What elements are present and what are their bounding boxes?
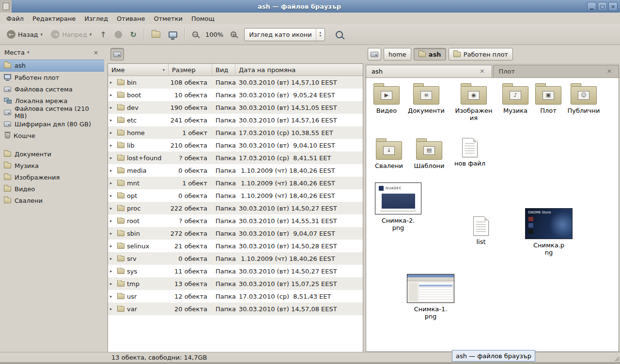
icon-view-item-11[interactable]: GNOME StoreСнимка.png <box>524 208 574 257</box>
expander-icon[interactable]: ▸ <box>110 168 115 173</box>
close-button[interactable]: × <box>608 2 618 11</box>
tab-1[interactable]: Плот× <box>493 65 620 77</box>
tree-row[interactable]: ▸boot10 обектаПапка30.03.2010 (вт) 9,05,… <box>108 89 363 101</box>
column-header-1[interactable]: Размер <box>169 64 212 76</box>
expander-icon[interactable]: ▸ <box>110 218 115 223</box>
expander-icon[interactable]: ▸ <box>110 306 115 311</box>
icon-view-item-4[interactable]: ▣Плот <box>528 83 569 115</box>
expander-icon[interactable]: ▸ <box>110 243 115 248</box>
menu-item-0[interactable]: Файл <box>2 14 28 24</box>
expander-icon[interactable]: ▸ <box>110 118 115 122</box>
resize-grip[interactable] <box>614 356 619 361</box>
column-header-3[interactable]: Дата на промяна <box>235 64 363 76</box>
tab-close-button[interactable]: × <box>605 68 613 76</box>
icon-view-item-1[interactable]: ≡Документи <box>406 83 447 115</box>
sidebar-item-6[interactable]: Кошче <box>0 130 104 141</box>
expander-icon[interactable]: ▸ <box>110 143 115 148</box>
sidebar-item-12[interactable]: Свалени <box>0 195 104 206</box>
minimize-button[interactable]: ▁ <box>587 2 596 11</box>
icon-view-item-6[interactable]: ↓Свалени <box>369 138 409 170</box>
expander-icon[interactable]: ▸ <box>110 105 115 110</box>
icon-view-item-5[interactable]: ☺Публични <box>563 83 604 115</box>
view-mode-select[interactable]: Изглед като икони ▴▾ <box>244 28 325 41</box>
home-folder-button[interactable] <box>148 27 164 42</box>
root-path-button[interactable] <box>110 48 124 61</box>
sidebar-item-1[interactable]: Работен плот <box>0 72 104 83</box>
pane-splitter[interactable] <box>104 45 108 352</box>
tree-row[interactable]: ▸lib210 обектаПапка30.03.2010 (вт) 9,04,… <box>108 139 363 152</box>
sidebar-item-0[interactable]: ash <box>0 60 104 72</box>
tree-row[interactable]: ▸bin108 обектаПапка30.03.2010 (вт) 14,57… <box>108 76 363 89</box>
stop-button[interactable] <box>111 27 125 42</box>
menu-item-4[interactable]: Отметки <box>149 14 186 24</box>
sidebar-title[interactable]: Места <box>4 49 25 56</box>
tree-row[interactable]: ▸dev190 обектаПапка30.03.2010 (вт) 14,51… <box>108 101 363 114</box>
sidebar-dropdown-icon[interactable]: ▾ <box>27 50 30 55</box>
sidebar-item-5[interactable]: Шифриран дял (80 GB) <box>0 118 104 130</box>
tab-close-button[interactable]: × <box>479 68 486 76</box>
column-header-0[interactable]: Име▾ <box>108 64 169 76</box>
icon-view-item-12[interactable]: Снимка-1.png <box>405 274 456 320</box>
icon-view-item-2[interactable]: ◉Изображения <box>453 83 494 122</box>
expander-icon[interactable]: ▸ <box>110 193 115 198</box>
expander-icon[interactable]: ▸ <box>110 155 115 160</box>
expander-icon[interactable]: ▸ <box>110 181 115 185</box>
icon-view-item-0[interactable]: ▶Видео <box>366 83 407 115</box>
icon-view-item-10[interactable]: list <box>461 216 501 246</box>
expander-icon[interactable]: ▸ <box>110 281 115 286</box>
tree-row[interactable]: ▸root? обектаПапка30.03.2010 (вт) 14,55,… <box>108 214 363 227</box>
sidebar-close-button[interactable]: × <box>92 49 100 56</box>
tree-row[interactable]: ▸usr12 обектаПапка17.03.2010 (ср) 8,51,4… <box>108 290 363 303</box>
reload-button[interactable]: ↻ <box>127 27 140 42</box>
tree-row[interactable]: ▸etc241 обектаПапка30.03.2010 (вт) 14,57… <box>108 114 363 126</box>
sidebar-item-2[interactable]: Файлова система <box>0 83 104 95</box>
tree-row[interactable]: ▸sys11 обектаПапка30.03.2010 (вт) 14,50,… <box>108 265 363 277</box>
back-button[interactable]: ← Назад ▾ <box>3 27 46 42</box>
window-menu-button[interactable] <box>0 0 12 13</box>
tree-row[interactable]: ▸sbin272 обектаПапка30.03.2010 (вт) 9,04… <box>108 227 363 240</box>
expander-icon[interactable]: ▸ <box>110 231 115 236</box>
tree-row[interactable]: ▸selinux21 обектаПапка30.03.2010 (вт) 14… <box>108 240 363 252</box>
sidebar-item-11[interactable]: Видео <box>0 183 104 195</box>
expander-icon[interactable]: ▸ <box>110 256 115 261</box>
path-button-1[interactable]: ash <box>414 48 446 61</box>
expander-icon[interactable]: ▸ <box>110 80 115 85</box>
expander-icon[interactable]: ▸ <box>110 294 115 299</box>
path-button-2[interactable]: Работен плот <box>449 48 513 61</box>
zoom-out-button[interactable]: − <box>189 27 202 42</box>
tree-row[interactable]: ▸opt0 обектаПапка 1.10.2009 (чт) 18,40,2… <box>108 189 363 202</box>
tree-row[interactable]: ▸srv0 обектаПапка 1.10.2009 (чт) 18,40,2… <box>108 252 363 265</box>
icon-view-item-7[interactable]: ▤Шаблони <box>409 138 450 170</box>
tree-row[interactable]: ▸mnt1 обектПапка 1.10.2009 (чт) 18,40,26… <box>108 177 363 189</box>
icon-view-item-9[interactable]: GUADECСнимка-2.png <box>373 182 423 232</box>
expander-icon[interactable]: ▸ <box>110 206 115 211</box>
root-path-button[interactable] <box>368 48 381 61</box>
tree-row[interactable]: ▸proc222 обектаПапка30.03.2010 (вт) 14,5… <box>108 202 363 214</box>
tree-row[interactable]: ▸media0 обектаПапка 1.10.2009 (чт) 18,40… <box>108 164 363 177</box>
icon-view-item-8[interactable]: нов файл <box>450 138 490 167</box>
search-button[interactable] <box>332 27 347 42</box>
maximize-button[interactable]: □ <box>598 2 607 11</box>
computer-button[interactable] <box>165 27 181 42</box>
menu-item-3[interactable]: Отиване <box>112 14 149 24</box>
up-button[interactable]: ↑ <box>96 27 109 42</box>
tab-0[interactable]: ash× <box>366 65 492 77</box>
sidebar-item-4[interactable]: Файлова система (210 MB) <box>0 106 104 118</box>
path-button-0[interactable]: home <box>384 48 411 61</box>
taskbar-window-label[interactable]: ash — файлов браузър <box>452 350 535 362</box>
sidebar-item-8[interactable]: Документи <box>0 148 104 160</box>
back-chevron-icon[interactable]: ▾ <box>41 32 43 37</box>
zoom-in-button[interactable]: + <box>227 27 240 42</box>
tree-row[interactable]: ▸lost+found? обектаПапка17.03.2010 (ср) … <box>108 152 363 164</box>
column-header-2[interactable]: Вид <box>212 64 235 76</box>
sidebar-item-9[interactable]: Музика <box>0 160 104 171</box>
menu-item-2[interactable]: Изглед <box>80 14 112 24</box>
menu-item-1[interactable]: Редактиране <box>28 14 80 24</box>
expander-icon[interactable]: ▸ <box>110 92 115 97</box>
sidebar-item-10[interactable]: Изображения <box>0 171 104 183</box>
tree-row[interactable]: ▸home1 обектПапка17.03.2010 (ср) 10,38,5… <box>108 126 363 139</box>
expander-icon[interactable]: ▸ <box>110 269 115 273</box>
menu-item-5[interactable]: Помощ <box>187 14 219 24</box>
forward-button[interactable]: → Напред ▾ <box>47 27 95 42</box>
tree-row[interactable]: ▸var20 обектаПапка30.03.2010 (вт) 14,57,… <box>108 303 363 315</box>
